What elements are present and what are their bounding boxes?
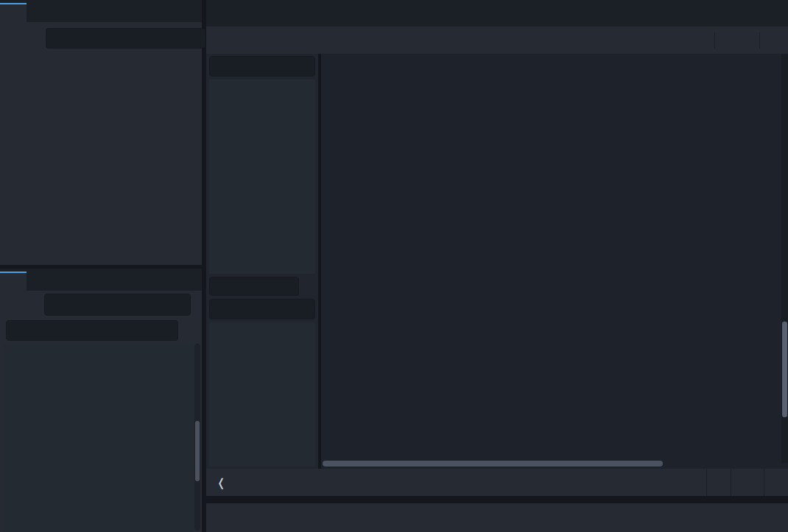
code-status-bar: ❬ — [206, 469, 788, 496]
tab-scene[interactable] — [0, 3, 27, 22]
current-script-row — [209, 277, 315, 296]
collapse-sidebar-button[interactable]: ❬ — [206, 476, 236, 489]
distraction-free-button[interactable] — [769, 6, 782, 19]
fs-filter-input[interactable] — [13, 324, 158, 336]
filter-scripts-input[interactable] — [216, 60, 295, 72]
search-help-icon — [683, 34, 697, 47]
tab-filesystem[interactable] — [0, 272, 27, 291]
warning-indicator[interactable] — [665, 469, 706, 496]
zoom-indicator[interactable] — [706, 469, 731, 496]
filesystem-nav — [0, 292, 202, 317]
filesystem-dock — [0, 269, 202, 532]
godot-editor-window: ❬ — [0, 0, 788, 532]
instance-scene-button[interactable] — [27, 32, 40, 45]
script-list — [209, 79, 315, 274]
search-icon — [295, 302, 309, 316]
search-help-button[interactable] — [678, 30, 707, 51]
fs-filter-row — [0, 319, 202, 342]
history-forward-button[interactable] — [739, 34, 752, 47]
add-node-button[interactable] — [7, 32, 21, 45]
fs-filter-field[interactable] — [6, 320, 178, 341]
warning-icon — [677, 476, 690, 489]
code-hscrollbar[interactable] — [323, 461, 723, 467]
editor-tabbar — [206, 0, 788, 26]
scene-filter-field[interactable] — [46, 28, 205, 49]
scene-dock-menu-icon[interactable] — [189, 6, 202, 19]
search-icon — [158, 324, 172, 337]
scene-filter-input[interactable] — [52, 32, 186, 44]
search-icon — [186, 32, 199, 45]
filter-methods-field[interactable] — [209, 299, 315, 319]
fs-sort-button[interactable] — [183, 324, 196, 337]
fs-back-button[interactable] — [6, 298, 21, 311]
tab-import[interactable] — [27, 3, 53, 22]
fs-scrollbar-thumb[interactable] — [195, 421, 200, 481]
notifications-bell-icon[interactable] — [759, 511, 772, 525]
scene-toolbar — [0, 22, 202, 54]
scene-dock — [0, 0, 202, 265]
code-vscrollbar-thumb[interactable] — [782, 322, 787, 417]
fs-scrollbar[interactable] — [194, 344, 200, 531]
indent-mode[interactable] — [764, 469, 788, 496]
code-editor[interactable] — [321, 54, 788, 469]
fs-forward-button[interactable] — [25, 298, 40, 311]
code-minimap[interactable] — [728, 54, 781, 463]
methods-sort-button[interactable] — [302, 280, 315, 293]
filesystem-menu-icon[interactable] — [189, 274, 202, 288]
fs-path-input[interactable] — [51, 299, 184, 311]
code-hscrollbar-thumb[interactable] — [323, 461, 663, 467]
script-editor-pane: ❬ — [206, 0, 788, 532]
search-icon — [295, 60, 309, 73]
script-menubar — [206, 26, 788, 54]
filter-methods-input[interactable] — [216, 303, 295, 315]
bottom-panel-bar — [206, 503, 788, 532]
scene-dock-tabbar — [0, 0, 202, 22]
make-floating-button[interactable] — [767, 34, 781, 47]
filesystem-tabbar — [0, 269, 202, 291]
method-list — [209, 322, 315, 467]
caret-position — [731, 469, 764, 496]
script-sidebar — [206, 54, 318, 469]
filter-scripts-field[interactable] — [209, 56, 315, 77]
history-back-button[interactable] — [722, 34, 736, 47]
external-link-icon — [651, 34, 664, 47]
code-vscrollbar[interactable] — [781, 54, 788, 463]
current-script-field — [209, 277, 299, 296]
online-docs-button[interactable] — [645, 30, 675, 51]
scene-tree — [0, 56, 202, 265]
file-tree — [3, 344, 193, 532]
fs-path-field[interactable] — [44, 294, 191, 316]
